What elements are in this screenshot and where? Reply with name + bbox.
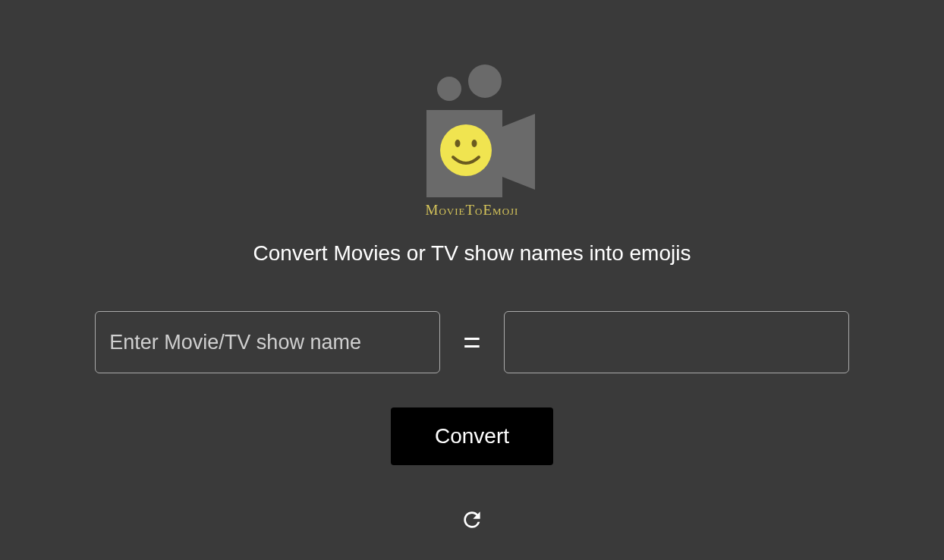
svg-point-0	[437, 77, 461, 101]
convert-button[interactable]: Convert	[391, 407, 553, 465]
page-subtitle: Convert Movies or TV show names into emo…	[253, 241, 691, 266]
svg-point-4	[440, 124, 492, 176]
logo-text: MovieToEmoji	[426, 202, 519, 219]
refresh-icon	[460, 508, 484, 532]
camera-emoji-logo-icon	[400, 64, 544, 197]
refresh-button[interactable]	[459, 507, 485, 533]
movie-name-input[interactable]	[95, 311, 440, 373]
equals-sign: =	[463, 326, 480, 360]
svg-marker-3	[502, 114, 535, 190]
svg-point-1	[468, 64, 502, 98]
emoji-output[interactable]	[504, 311, 849, 373]
input-row: =	[0, 311, 944, 373]
svg-point-5	[455, 140, 461, 147]
svg-point-6	[472, 140, 477, 147]
logo: MovieToEmoji	[400, 64, 544, 219]
